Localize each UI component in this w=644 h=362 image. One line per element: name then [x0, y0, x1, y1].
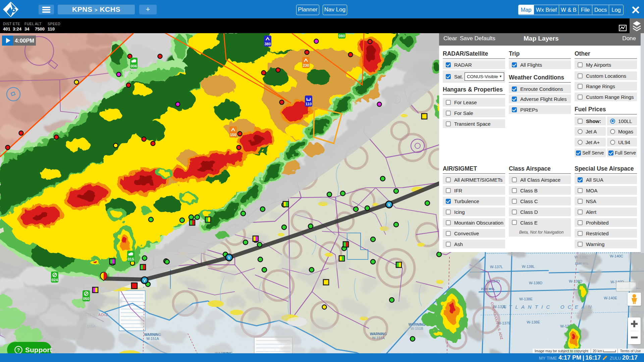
svg-text:V: V [143, 278, 146, 283]
svg-text:050: 050 [83, 297, 89, 301]
svg-text:080: 080 [338, 34, 345, 38]
svg-text:015: 015 [127, 257, 134, 261]
svg-text:110: 110 [306, 102, 312, 106]
svg-text:150: 150 [230, 133, 236, 137]
svg-text:380: 380 [264, 42, 271, 46]
svg-text:V: V [228, 255, 230, 260]
svg-text:006: 006 [130, 64, 137, 68]
svg-text:?: ? [17, 347, 20, 353]
svg-text:V: V [388, 202, 390, 207]
svg-text:024: 024 [51, 278, 58, 282]
svg-text:230: 230 [303, 63, 309, 67]
